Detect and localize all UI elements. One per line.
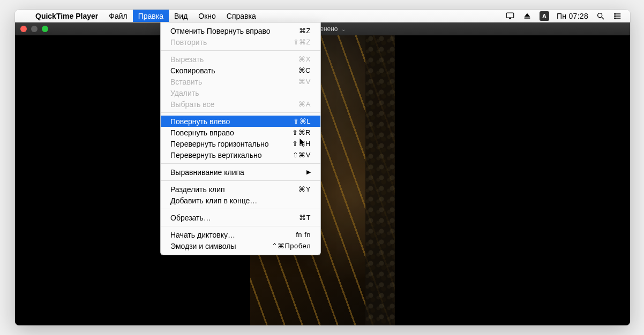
menu-separator [161,209,320,209]
svg-point-9 [615,18,616,19]
spotlight-icon[interactable] [596,11,605,21]
window-controls [20,26,48,32]
menu-separator [161,112,320,113]
menu-item-shortcut: ⇧⌘H [292,140,311,148]
menu-item-shortcut: fn fn [296,231,311,239]
menu-separator [161,163,320,164]
edit-menu-dropdown: Отменить Повернуть вправо⌘ZПовторить⇧⌘ZВ… [160,22,321,255]
menu-item-label: Добавить клип в конце… [170,196,311,205]
screenshot-frame: QuickTime Player ФайлПравкаВидОкноСправк… [15,10,630,325]
menu-item-label: Разделить клип [170,185,298,194]
menu-item-label: Отменить Повернуть вправо [170,27,299,35]
video-viewport[interactable] [15,35,630,325]
window-titlebar[interactable]: — Изменено⌄ [15,22,630,35]
menu-item: Вырезать⌘X [161,54,320,65]
menu-item-label: Эмодзи и символы [170,242,272,250]
menu-item-label: Перевернуть вертикально [170,151,293,159]
notification-center-icon[interactable] [613,11,623,21]
menu-item-shortcut: ⌘X [298,55,311,63]
chevron-down-icon[interactable]: ⌄ [341,26,346,32]
svg-point-2 [598,13,602,17]
menu-item[interactable]: Начать диктовку…fn fn [161,229,320,240]
app-name[interactable]: QuickTime Player [30,12,103,20]
menu-окно[interactable]: Окно [193,10,221,22]
menu-item-label: Начать диктовку… [170,231,296,239]
menu-separator [161,226,320,226]
menu-item-shortcut: ⇧⌘V [293,151,311,159]
menu-item-label: Перевернуть горизонтально [170,140,292,148]
eject-icon[interactable] [522,11,532,21]
menu-item[interactable]: Отменить Повернуть вправо⌘Z [161,25,320,36]
menu-item-label: Повернуть вправо [170,128,292,137]
menu-item-shortcut: ⌘Y [298,185,311,193]
menu-item[interactable]: Повернуть вправо⇧⌘R [161,127,320,138]
menubar-clock[interactable]: Пн 07:28 [557,12,588,20]
menu-separator [161,50,320,51]
menu-item-label: Повторить [170,38,293,47]
menu-item-label: Обрезать… [170,214,299,222]
menu-item-shortcut: ⇧⌘L [293,117,311,125]
menu-item-shortcut: ⌃⌘Пробел [272,242,311,250]
menu-item: Выбрать все⌘A [161,98,320,110]
menu-item[interactable]: Разделить клип⌘Y [161,184,320,195]
menu-separator [161,180,320,181]
svg-point-7 [615,13,616,14]
menu-item-label: Удалить [170,89,311,97]
menu-item[interactable]: Перевернуть вертикально⇧⌘V [161,149,320,161]
minimize-button[interactable] [31,26,38,32]
menu-item-shortcut: ⌘T [299,214,311,222]
input-source-badge[interactable]: A [540,11,549,21]
player-window: — Изменено⌄ [15,22,630,325]
menu-item: Вставить⌘V [161,76,320,87]
svg-line-3 [602,17,604,19]
svg-rect-0 [506,13,514,18]
menu-справка[interactable]: Справка [221,10,261,22]
menu-item-shortcut: ⌘A [298,100,311,108]
menu-вид[interactable]: Вид [169,10,193,22]
menu-item[interactable]: Скопировать⌘C [161,65,320,76]
menu-item[interactable]: Эмодзи и символы⌃⌘Пробел [161,240,320,252]
menu-файл[interactable]: Файл [103,10,132,22]
submenu-arrow-icon: ▶ [306,169,311,176]
menu-item[interactable]: Выравнивание клипа▶ [161,166,320,178]
menubar-right: A Пн 07:28 [505,11,630,21]
menu-item-shortcut: ⌘Z [299,27,311,35]
svg-point-8 [615,16,616,17]
menu-item-shortcut: ⌘C [298,66,311,74]
menu-item-shortcut: ⌘V [298,78,311,86]
menu-item-label: Повернуть влево [170,117,293,126]
menu-правка[interactable]: Правка [133,10,169,22]
menubar: QuickTime Player ФайлПравкаВидОкноСправк… [15,10,630,22]
zoom-button[interactable] [42,26,48,32]
menu-item-label: Выравнивание клипа [170,168,306,177]
menu-item[interactable]: Повернуть влево⇧⌘L [161,116,320,127]
window-title: — Изменено⌄ [15,25,630,33]
menu-item-label: Вырезать [170,55,298,64]
menu-item-label: Вставить [170,78,298,86]
menu-item-shortcut: ⇧⌘Z [293,38,311,46]
close-button[interactable] [20,26,27,32]
menu-item: Удалить [161,87,320,98]
menu-item-label: Выбрать все [170,100,298,109]
svg-rect-1 [525,17,530,18]
menubar-left: QuickTime Player ФайлПравкаВидОкноСправк… [15,10,261,22]
menu-item-label: Скопировать [170,66,298,75]
menu-item[interactable]: Обрезать…⌘T [161,212,320,223]
menu-item: Повторить⇧⌘Z [161,36,320,48]
airplay-icon[interactable] [505,11,515,21]
menu-item[interactable]: Добавить клип в конце… [161,195,320,206]
menu-item-shortcut: ⇧⌘R [292,128,311,136]
menu-item[interactable]: Перевернуть горизонтально⇧⌘H [161,138,320,149]
